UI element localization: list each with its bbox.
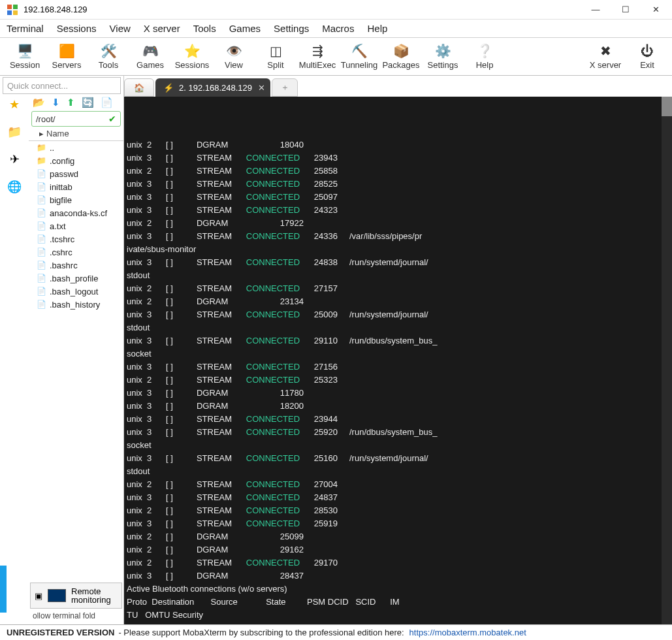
status-link[interactable]: https://mobaxterm.mobatek.net: [409, 628, 526, 637]
close-button[interactable]: ✕: [641, 0, 671, 20]
vertical-toolbar: ★📁✈🌐: [0, 94, 29, 624]
tool-tools[interactable]: 🛠️Tools: [88, 39, 129, 74]
terminal-line: unix 3 [ ] STREAM CONNECTED 25920 /run/d…: [127, 426, 667, 439]
scrollbar-thumb[interactable]: [662, 97, 672, 116]
view-icon: 👁️: [226, 43, 242, 59]
terminal-line: unix 2 [ ] DGRAM 17922: [127, 217, 667, 230]
terminal-line: unix 2 [ ] DGRAM 29162: [127, 543, 667, 556]
tab-session[interactable]: ⚡ 2. 192.168.248.129 ✕: [155, 78, 270, 97]
upload-icon[interactable]: ⬆: [67, 97, 75, 108]
file-name: bigfile: [50, 195, 72, 205]
tunneling-icon: ⛏️: [351, 43, 367, 59]
maximize-button[interactable]: ☐: [611, 0, 641, 20]
file-row[interactable]: 📄.bash_history: [29, 298, 123, 311]
tool-split[interactable]: ◫Split: [255, 39, 296, 74]
path-input[interactable]: /root/ ✔: [31, 111, 121, 127]
menu-settings[interactable]: Settings: [274, 23, 309, 34]
favorites-icon[interactable]: ★: [7, 97, 22, 112]
window-title: 192.168.248.129: [24, 5, 581, 14]
terminal-line: ivate/sbus-monitor: [127, 243, 667, 256]
new-file-icon[interactable]: 📄: [101, 97, 113, 108]
file-icon: 📁: [37, 143, 46, 152]
file-row[interactable]: 📄.bashrc: [29, 259, 123, 272]
terminal-line: unix 3 [ ] DGRAM 18200: [127, 400, 667, 413]
terminal-line: unix 3 [ ] STREAM CONNECTED 25919: [127, 517, 667, 530]
file-name: .config: [50, 156, 74, 166]
file-name: .tcshrc: [50, 234, 74, 244]
tool-sessions[interactable]: ⭐Sessions: [171, 39, 213, 74]
refresh-icon[interactable]: 🔄: [82, 97, 94, 108]
tool-packages[interactable]: 📦Packages: [380, 39, 422, 74]
tool-tunneling[interactable]: ⛏️Tunneling: [338, 39, 380, 74]
terminal-line: unix 3 [ ] STREAM CONNECTED 24837: [127, 491, 667, 504]
scrollbar[interactable]: [662, 97, 672, 624]
tool-settings[interactable]: ⚙️Settings: [422, 39, 464, 74]
minimize-button[interactable]: —: [581, 0, 611, 20]
terminal-line: unix 2 [ ] STREAM CONNECTED 28530: [127, 504, 667, 517]
menu-terminal[interactable]: Terminal: [7, 23, 44, 34]
terminal-line: unix 3 [ ] STREAM CONNECTED 23943: [127, 152, 667, 165]
file-row[interactable]: 📄a.txt: [29, 219, 123, 232]
tool-help[interactable]: ❔Help: [464, 39, 505, 74]
tab-new[interactable]: ＋: [272, 78, 298, 97]
terminal-line: unix 2 [ ] STREAM CONNECTED 25323: [127, 374, 667, 387]
tool-games[interactable]: 🎮Games: [129, 39, 171, 74]
blue-strip: [0, 566, 7, 613]
file-row[interactable]: 📄.tcshrc: [29, 232, 123, 246]
file-row[interactable]: 📄.bash_logout: [29, 285, 123, 298]
menu-macros[interactable]: Macros: [322, 23, 354, 34]
terminal-line: unix 2 [ ] DGRAM 18040: [127, 138, 667, 152]
open-folder-icon[interactable]: 📂: [33, 97, 45, 108]
quick-connect-input[interactable]: Quick connect...: [3, 77, 121, 94]
globe-icon[interactable]: 🌐: [7, 179, 22, 195]
tab-close-icon[interactable]: ✕: [258, 83, 265, 93]
file-row[interactable]: 📄passwd: [29, 167, 123, 180]
file-name: .bashrc: [50, 261, 78, 270]
monitor-icon: [48, 589, 66, 602]
file-row[interactable]: 📄inittab: [29, 180, 123, 193]
statusbar: UNREGISTERED VERSION - Please support Mo…: [0, 624, 672, 640]
file-row[interactable]: 📁.config: [29, 154, 123, 167]
file-row[interactable]: 📄.cshrc: [29, 246, 123, 259]
download-icon[interactable]: ⬇: [52, 97, 60, 108]
tool-servers[interactable]: 🟧Servers: [46, 39, 88, 74]
file-icon: 📄: [37, 195, 46, 204]
macros-tab-icon[interactable]: ✈: [7, 152, 22, 167]
sessions-tab-icon[interactable]: 📁: [7, 124, 22, 140]
unregistered-label: UNREGISTERED VERSION: [7, 628, 114, 637]
menu-tools[interactable]: Tools: [193, 23, 216, 34]
tool-multiexec[interactable]: ⇶MultiExec: [296, 39, 338, 74]
file-row[interactable]: 📁..: [29, 141, 123, 154]
exit-icon: ⏻: [639, 43, 655, 59]
file-row[interactable]: 📄.bash_profile: [29, 272, 123, 285]
menu-games[interactable]: Games: [229, 23, 261, 34]
tool-view[interactable]: 👁️View: [213, 39, 255, 74]
lightning-icon: ⚡: [163, 83, 174, 93]
file-row[interactable]: 📄anaconda-ks.cf: [29, 206, 123, 219]
menu-sessions[interactable]: Sessions: [57, 23, 97, 34]
terminal-line: unix 3 [ ] DGRAM 11780: [127, 387, 667, 400]
file-list[interactable]: ▸Name 📁..📁.config📄passwd📄inittab📄bigfile…: [29, 127, 123, 503]
file-name: ..: [50, 143, 54, 153]
file-name: anaconda-ks.cf: [50, 208, 107, 218]
tool-session[interactable]: 🖥️Session: [4, 39, 46, 74]
tool-exit[interactable]: ⏻Exit: [626, 39, 668, 74]
follow-terminal-label: ollow terminal fold: [29, 610, 123, 624]
expand-icon: ▣: [35, 591, 42, 601]
file-header[interactable]: ▸Name: [29, 127, 123, 141]
terminal-line: stdout: [127, 321, 667, 334]
file-icon: 📄: [37, 261, 46, 270]
menu-x-server[interactable]: X server: [144, 23, 180, 34]
terminal-line: unix 3 [ ] STREAM CONNECTED 24838 /run/s…: [127, 256, 667, 269]
file-row[interactable]: 📄bigfile: [29, 193, 123, 206]
terminal-line: unix 2 [ ] STREAM CONNECTED 27157: [127, 282, 667, 295]
menu-help[interactable]: Help: [367, 23, 387, 34]
tab-bar: 🏠 ⚡ 2. 192.168.248.129 ✕ ＋: [124, 76, 672, 97]
toolbar: 🖥️Session🟧Servers🛠️Tools🎮Games⭐Sessions👁…: [0, 38, 672, 76]
terminal[interactable]: unix 2 [ ] DGRAM 18040 unix 3 [ ] STREAM…: [124, 97, 672, 624]
terminal-line: unix 2 [ ] STREAM CONNECTED 29170: [127, 556, 667, 569]
tool-x server[interactable]: ✖X server: [584, 39, 626, 74]
remote-monitoring-button[interactable]: ▣ Remotemonitoring: [30, 583, 122, 609]
tab-home[interactable]: 🏠: [124, 78, 154, 97]
menu-view[interactable]: View: [110, 23, 131, 34]
